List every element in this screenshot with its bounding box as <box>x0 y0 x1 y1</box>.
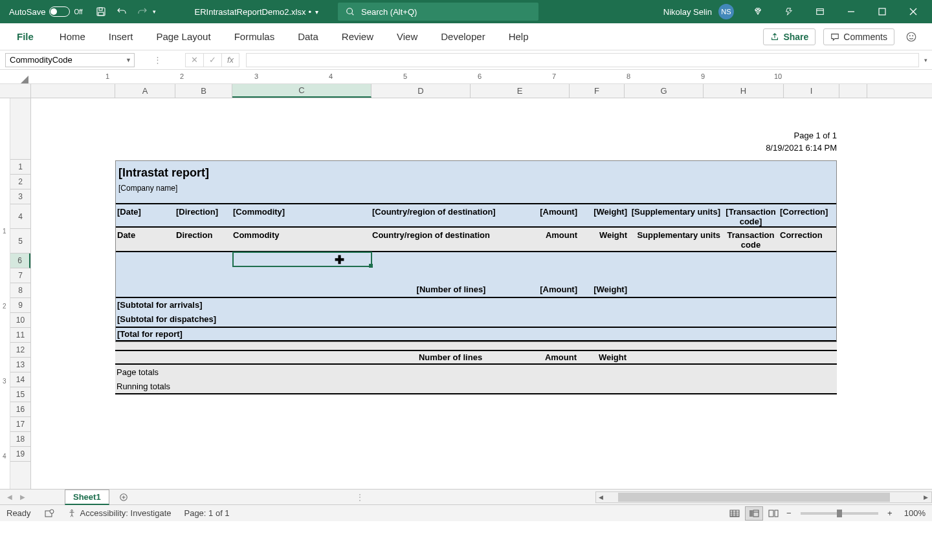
column-header[interactable]: G <box>625 84 704 98</box>
comments-button[interactable]: Comments <box>823 28 894 45</box>
share-button[interactable]: Share <box>763 28 816 45</box>
column-header[interactable]: D <box>372 84 471 98</box>
tab-developer[interactable]: Developer <box>429 25 496 48</box>
row-header[interactable]: 5 <box>10 229 30 253</box>
view-page-break-button[interactable] <box>764 506 782 521</box>
row-header[interactable]: 15 <box>10 387 30 402</box>
minimize-button[interactable] <box>836 0 866 23</box>
page-totals-row: Page totals <box>115 365 837 380</box>
select-all-button[interactable] <box>0 84 31 98</box>
column-header[interactable] <box>31 84 115 98</box>
expand-formula-icon[interactable]: ▾ <box>919 57 932 63</box>
row-header[interactable]: 3 <box>10 189 30 204</box>
autosave-label: AutoSave <box>9 7 45 17</box>
column-headers: ABCDEFGHI <box>0 84 932 98</box>
worksheet-area[interactable]: Page 1 of 1 8/19/2021 6:14 PM [Intrastat… <box>31 98 932 489</box>
status-ready: Ready <box>6 508 31 518</box>
feedback-icon[interactable] <box>902 28 920 46</box>
split-handle[interactable]: ⋮ <box>356 493 364 502</box>
undo-icon[interactable] <box>113 3 131 21</box>
row-header-blank <box>10 98 30 160</box>
row-headers: 1 2 3 4 5 6 7 8 9 10 11 12 13 14 15 16 1… <box>10 98 31 489</box>
cancel-formula-button[interactable]: ✕ <box>185 53 203 67</box>
row-header[interactable]: 18 <box>10 432 30 447</box>
row-header[interactable]: 13 <box>10 358 30 372</box>
svg-point-8 <box>913 35 913 36</box>
row-header[interactable]: 1 <box>10 160 30 175</box>
close-button[interactable] <box>898 0 928 23</box>
tab-home[interactable]: Home <box>48 25 97 48</box>
tab-formulas[interactable]: Formulas <box>223 25 287 48</box>
filename-display[interactable]: ERIntrastatReportDemo2.xlsx • ▾ <box>195 7 319 17</box>
row-header[interactable]: 10 <box>10 313 30 328</box>
row-header[interactable]: 12 <box>10 343 30 358</box>
row-header[interactable]: 11 <box>10 328 30 343</box>
column-header[interactable]: H <box>704 84 784 98</box>
data-row[interactable]: ✚ <box>116 252 836 267</box>
row-header[interactable]: 2 <box>10 175 30 189</box>
column-header[interactable] <box>839 84 867 98</box>
horizontal-scrollbar[interactable]: ◀ ▶ <box>595 491 932 503</box>
qat-dropdown-icon[interactable]: ▾ <box>153 8 156 15</box>
maximize-button[interactable] <box>867 0 897 23</box>
fx-button[interactable]: fx <box>221 53 239 67</box>
redo-icon[interactable] <box>133 3 151 21</box>
user-account[interactable]: Nikolay Selin NS <box>663 4 734 19</box>
column-header[interactable]: I <box>784 84 839 98</box>
ribbon-display-icon[interactable] <box>805 0 835 23</box>
row-header[interactable]: 16 <box>10 402 30 417</box>
save-icon[interactable] <box>92 3 110 21</box>
coming-soon-icon[interactable] <box>774 0 804 23</box>
zoom-in-button[interactable]: + <box>885 508 895 518</box>
tab-help[interactable]: Help <box>497 25 540 48</box>
row-header[interactable]: 6 <box>10 253 30 268</box>
macro-recorder-icon[interactable] <box>44 508 54 519</box>
divider-icon: ⋮ <box>153 53 162 67</box>
zoom-slider[interactable] <box>801 512 878 515</box>
new-sheet-button[interactable] <box>115 493 133 502</box>
svg-point-6 <box>907 32 916 41</box>
column-header[interactable]: C <box>232 84 372 98</box>
zoom-out-button[interactable]: − <box>784 508 794 518</box>
tab-data[interactable]: Data <box>286 25 330 48</box>
column-header[interactable]: F <box>570 84 625 98</box>
diamond-icon[interactable] <box>743 0 773 23</box>
svg-rect-15 <box>753 510 759 517</box>
row-header[interactable]: 8 <box>10 283 30 298</box>
row-header[interactable]: 7 <box>10 268 30 283</box>
name-box[interactable]: CommodityCode ▼ <box>5 53 135 67</box>
row-header[interactable]: 19 <box>10 447 30 462</box>
view-normal-button[interactable] <box>726 506 744 521</box>
footer-header: Number of lines Amount Weight <box>115 350 837 365</box>
tab-insert[interactable]: Insert <box>97 25 145 48</box>
scroll-thumb[interactable] <box>618 493 890 502</box>
row-header[interactable]: 4 <box>10 204 30 229</box>
tab-file[interactable]: File <box>5 25 48 48</box>
tab-view[interactable]: View <box>385 25 429 48</box>
row-header[interactable]: 9 <box>10 298 30 313</box>
vertical-ruler: 1 2 3 4 <box>0 98 10 489</box>
column-header[interactable]: E <box>471 84 570 98</box>
sheet-tab-active[interactable]: Sheet1 <box>65 490 109 505</box>
autosave-toggle[interactable] <box>49 6 70 17</box>
svg-rect-1 <box>99 8 102 10</box>
sheet-tab-bar: ◀▶ Sheet1 ⋮ ◀ ▶ <box>0 489 932 504</box>
zoom-level[interactable]: 100% <box>904 508 926 518</box>
row-header[interactable]: 14 <box>10 372 30 387</box>
accessibility-status[interactable]: Accessibility: Investigate <box>67 508 172 518</box>
row-header[interactable]: 17 <box>10 417 30 432</box>
selected-cell[interactable] <box>232 252 372 267</box>
search-box[interactable]: Search (Alt+Q) <box>338 3 538 21</box>
column-header[interactable]: A <box>115 84 175 98</box>
tab-page-layout[interactable]: Page Layout <box>144 25 222 48</box>
status-page: Page: 1 of 1 <box>184 508 229 518</box>
view-page-layout-button[interactable] <box>745 506 763 521</box>
column-header[interactable]: B <box>175 84 232 98</box>
autosave-control[interactable]: AutoSave Off <box>0 6 88 17</box>
tab-nav-arrows[interactable]: ◀▶ <box>0 493 32 501</box>
formula-input[interactable] <box>246 53 919 67</box>
accept-formula-button[interactable]: ✓ <box>203 53 221 67</box>
chevron-down-icon[interactable]: ▾ <box>315 8 318 16</box>
chevron-down-icon[interactable]: ▼ <box>126 57 131 63</box>
tab-review[interactable]: Review <box>330 25 385 48</box>
